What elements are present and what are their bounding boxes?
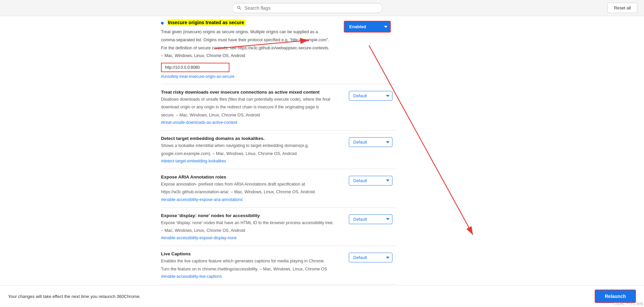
top-bar: Reset all	[0, 0, 644, 16]
insecure-origins-text: Insecure origins treated as secure Treat…	[161, 19, 344, 79]
insecure-origins-select[interactable]: Default Enabled Disabled	[344, 21, 391, 33]
relaunch-notice: Your changes will take effect the next t…	[8, 294, 141, 299]
flag-treat-unsafe-downloads: Treat risky downloads over insecure conn…	[161, 84, 396, 131]
insecure-origins-title: Insecure origins treated as secure	[167, 19, 245, 25]
flag-text-display-none: Expose 'display: none' nodes for accessi…	[161, 213, 342, 241]
watermark: CSDN二个人工智客	[614, 302, 643, 306]
display-none-desc2: – Mac, Windows, Linux, Chrome OS, Androi…	[161, 227, 342, 234]
bottom-bar: Your changes will take effect the next t…	[0, 285, 644, 307]
insecure-origin-input[interactable]	[162, 63, 229, 71]
aria-annotations-title: Expose ARIA Annotation roles	[161, 174, 342, 180]
flag-text-unsafe-downloads: Treat risky downloads over insecure conn…	[161, 90, 342, 125]
insecure-origins-anchor[interactable]: #unsafely-treat-insecure-origin-as-secur…	[161, 74, 344, 79]
search-icon	[237, 5, 242, 11]
search-input[interactable]	[245, 5, 378, 11]
live-captions-desc1: Enables the live captions feature which …	[161, 258, 342, 264]
aria-annotations-control: Default Enabled Disabled	[349, 174, 396, 186]
live-captions-control: Default Enabled Disabled	[349, 251, 396, 262]
insecure-desc-2: comma-separated list. Origins must have …	[161, 37, 344, 43]
blue-dot-indicator	[161, 22, 164, 24]
display-none-select[interactable]: Default Enabled Disabled	[349, 214, 392, 224]
insecure-desc-4: – Mac, Windows, Linux, Chrome OS, Androi…	[161, 53, 344, 59]
flag-live-captions: Live Captions Enables the live captions …	[161, 246, 396, 285]
unsafe-downloads-desc2: download origin or any origin in the red…	[161, 104, 342, 110]
flag-expose-aria: Expose ARIA Annotation roles Expose anno…	[161, 169, 396, 208]
main-content: Insecure origins treated as secure Treat…	[0, 16, 402, 307]
unsafe-downloads-desc3: secure. – Mac, Windows, Linux, Chrome OS…	[161, 112, 342, 118]
display-none-control: Default Enabled Disabled	[349, 213, 396, 224]
insecure-desc-3: For the definition of secure contexts, s…	[161, 45, 344, 51]
live-captions-anchor[interactable]: #enable-accessibility-live-captions	[161, 274, 222, 279]
insecure-desc-1: Treat given (insecure) origins as secure…	[161, 29, 344, 35]
insecure-origin-input-wrapper	[161, 63, 229, 72]
unsafe-downloads-control: Default Enabled Disabled	[349, 90, 396, 101]
unsafe-downloads-title: Treat risky downloads over insecure conn…	[161, 90, 342, 95]
detect-embedding-desc1: Shows a lookalike interstitial when navi…	[161, 143, 342, 149]
unsafe-downloads-select[interactable]: Default Enabled Disabled	[349, 91, 392, 101]
detect-embedding-control: Default Enabled Disabled	[349, 136, 396, 147]
flag-text-aria: Expose ARIA Annotation roles Expose anno…	[161, 174, 342, 202]
live-captions-title: Live Captions	[161, 251, 342, 256]
insecure-origins-control: Default Enabled Disabled	[344, 19, 396, 33]
flag-detect-embedding: Detect target embedding domains as looka…	[161, 131, 396, 169]
search-container	[232, 3, 383, 13]
unsafe-downloads-desc1: Disallows downloads of unsafe files (fil…	[161, 96, 342, 103]
aria-annotations-desc1: Expose annotation- prefixed roles from A…	[161, 181, 342, 188]
display-none-title: Expose 'display: none' nodes for accessi…	[161, 213, 342, 218]
flag-text-detect-embedding: Detect target embedding domains as looka…	[161, 136, 342, 163]
display-none-anchor[interactable]: #enable-accessibility-expose-display-non…	[161, 236, 236, 240]
flag-insecure-origins: Insecure origins treated as secure Treat…	[161, 16, 396, 84]
live-captions-select[interactable]: Default Enabled Disabled	[349, 253, 392, 262]
live-captions-desc2: Turn the feature on in chrome://settings…	[161, 266, 342, 272]
detect-embedding-anchor[interactable]: #detect-target-embedding-lookalikes	[161, 159, 226, 163]
reset-all-button[interactable]: Reset all	[607, 3, 637, 13]
detect-embedding-select[interactable]: Default Enabled Disabled	[349, 137, 392, 147]
flag-text-live-captions: Live Captions Enables the live captions …	[161, 251, 342, 279]
flag-expose-display-none: Expose 'display: none' nodes for accessi…	[161, 208, 396, 246]
detect-embedding-title: Detect target embedding domains as looka…	[161, 136, 342, 141]
relaunch-button[interactable]: Relaunch	[595, 290, 636, 303]
aria-annotations-select[interactable]: Default Enabled Disabled	[349, 176, 392, 186]
display-none-desc1: Expose 'display: none' nodes that have a…	[161, 220, 342, 226]
aria-annotations-anchor[interactable]: #enable-accessibility-expose-aria-annota…	[161, 197, 243, 202]
detect-embedding-desc2: google.com.example.com). – Mac, Windows,…	[161, 151, 342, 157]
aria-annotations-desc2: https://w3c.github.io/annotation-aria/. …	[161, 189, 342, 195]
unsafe-downloads-anchor[interactable]: #treat-unsafe-downloads-as-active-conten…	[161, 120, 237, 125]
